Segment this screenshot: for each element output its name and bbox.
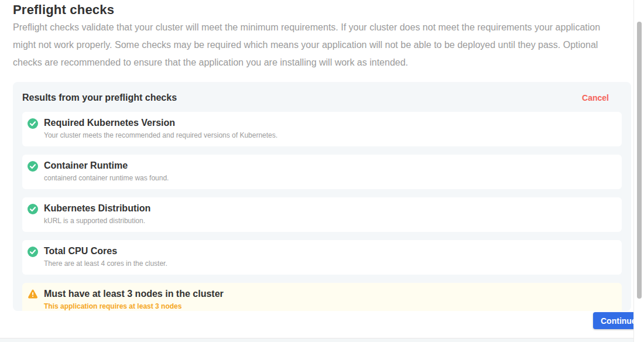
page-title: Preflight checks xyxy=(13,2,114,18)
panel-header-title: Results from your preflight checks xyxy=(22,93,177,103)
check-message: kURL is a supported distribution. xyxy=(44,217,150,225)
scrollbar-thumb[interactable] xyxy=(637,22,642,299)
warning-triangle-icon xyxy=(28,289,38,299)
check-message: There are at least 4 cores in the cluste… xyxy=(44,259,167,268)
cancel-link[interactable]: Cancel xyxy=(582,93,609,102)
check-row: Total CPU Cores There are at least 4 cor… xyxy=(22,240,622,275)
check-circle-icon xyxy=(28,204,38,214)
check-row: Required Kubernetes Version Your cluster… xyxy=(22,112,622,146)
check-list: Required Kubernetes Version Your cluster… xyxy=(22,112,622,311)
check-title: Must have at least 3 nodes in the cluste… xyxy=(44,288,224,300)
check-message: Your cluster meets the recommended and r… xyxy=(44,131,278,139)
preflight-results-panel: Results from your preflight checks Cance… xyxy=(13,82,631,311)
check-title: Container Runtime xyxy=(44,160,169,172)
check-row: Container Runtime containerd container r… xyxy=(22,155,622,189)
panel-header: Results from your preflight checks Cance… xyxy=(22,91,622,103)
page-description: Preflight checks validate that your clus… xyxy=(13,19,623,71)
scrollbar[interactable] xyxy=(633,0,644,342)
check-circle-icon xyxy=(28,118,38,129)
check-message: This application requires at least 3 nod… xyxy=(44,302,224,310)
check-title: Required Kubernetes Version xyxy=(44,117,278,129)
check-row: Kubernetes Distribution kURL is a suppor… xyxy=(22,197,622,232)
check-circle-icon xyxy=(28,247,38,257)
bottom-divider xyxy=(0,338,633,342)
check-row: Must have at least 3 nodes in the cluste… xyxy=(22,283,622,311)
check-title: Kubernetes Distribution xyxy=(44,203,150,214)
check-message: containerd container runtime was found. xyxy=(44,174,169,182)
check-title: Total CPU Cores xyxy=(44,245,167,257)
check-circle-icon xyxy=(28,161,38,172)
